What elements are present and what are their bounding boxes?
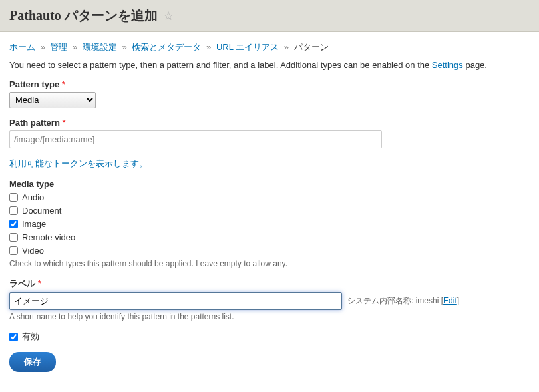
media-type-options: Audio Document Image Remote video Video bbox=[9, 192, 530, 256]
breadcrumb-sep: » bbox=[73, 42, 77, 52]
checkbox-audio[interactable] bbox=[9, 193, 18, 202]
enabled-label: 有効 bbox=[22, 331, 39, 343]
pattern-type-label: Pattern type * bbox=[9, 79, 530, 89]
media-type-description: Check to which types this pattern should… bbox=[9, 259, 530, 268]
media-type-label: Media type bbox=[9, 179, 530, 189]
label-description: A short name to help you identify this p… bbox=[9, 312, 530, 321]
path-pattern-label-text: Path pattern bbox=[9, 118, 60, 128]
checkbox-label: Audio bbox=[22, 192, 44, 202]
machine-name-prefix: システム内部名称: bbox=[347, 296, 416, 305]
path-pattern-input[interactable] bbox=[9, 130, 382, 148]
star-icon[interactable]: ☆ bbox=[163, 9, 174, 23]
breadcrumb: ホーム » 管理 » 環境設定 » 検索とメタデータ » URL エイリアス »… bbox=[9, 41, 530, 53]
required-marker: * bbox=[62, 118, 65, 128]
intro-suffix: page. bbox=[463, 60, 487, 70]
checkbox-label: Remote video bbox=[22, 232, 75, 242]
enabled-option[interactable]: 有効 bbox=[9, 331, 530, 343]
save-button[interactable]: 保存 bbox=[9, 352, 56, 372]
media-type-option-document[interactable]: Document bbox=[9, 206, 530, 216]
checkbox-label: Document bbox=[22, 206, 61, 216]
checkbox-image[interactable] bbox=[9, 220, 18, 228]
machine-name-brackets: ] bbox=[457, 296, 459, 305]
breadcrumb-sep: » bbox=[206, 42, 211, 52]
intro-prefix: You need to select a pattern type, then … bbox=[9, 60, 432, 70]
path-pattern-label: Path pattern * bbox=[9, 118, 530, 128]
machine-name-edit-link[interactable]: Edit bbox=[443, 296, 457, 305]
token-browse-link[interactable]: 利用可能なトークンを表示します。 bbox=[9, 158, 148, 168]
label-field-label-text: ラベル bbox=[9, 278, 35, 288]
breadcrumb-sep: » bbox=[41, 42, 45, 52]
pattern-type-label-text: Pattern type bbox=[9, 79, 59, 89]
breadcrumb-link[interactable]: 環境設定 bbox=[83, 42, 117, 52]
checkbox-label: Video bbox=[22, 246, 44, 256]
checkbox-document[interactable] bbox=[9, 206, 18, 215]
required-marker: * bbox=[38, 278, 41, 288]
settings-link[interactable]: Settings bbox=[432, 60, 463, 70]
pattern-type-select[interactable]: Media bbox=[9, 92, 96, 108]
breadcrumb-link[interactable]: 検索とメタデータ bbox=[132, 42, 201, 52]
media-type-option-audio[interactable]: Audio bbox=[9, 192, 530, 202]
checkbox-label: Image bbox=[22, 219, 46, 229]
media-type-option-remote-video[interactable]: Remote video bbox=[9, 232, 530, 242]
breadcrumb-link[interactable]: URL エイリアス bbox=[216, 42, 279, 52]
breadcrumb-sep: » bbox=[284, 42, 289, 52]
label-field-label: ラベル * bbox=[9, 278, 530, 290]
required-marker: * bbox=[62, 79, 65, 89]
intro-text: You need to select a pattern type, then … bbox=[9, 60, 530, 70]
checkbox-video[interactable] bbox=[9, 246, 18, 255]
breadcrumb-sep: » bbox=[122, 42, 127, 52]
enabled-checkbox[interactable] bbox=[9, 333, 18, 341]
breadcrumb-link[interactable]: 管理 bbox=[50, 42, 67, 52]
media-type-option-video[interactable]: Video bbox=[9, 246, 530, 256]
media-type-option-image[interactable]: Image bbox=[9, 219, 530, 229]
machine-name: システム内部名称: imeshi [Edit] bbox=[347, 295, 459, 307]
breadcrumb-link[interactable]: ホーム bbox=[9, 42, 35, 52]
page-title: Pathauto パターンを追加 bbox=[9, 7, 158, 25]
label-input[interactable] bbox=[9, 292, 342, 310]
machine-name-value: imeshi bbox=[416, 296, 439, 305]
breadcrumb-current: パターン bbox=[294, 42, 329, 52]
checkbox-remote-video[interactable] bbox=[9, 233, 18, 242]
